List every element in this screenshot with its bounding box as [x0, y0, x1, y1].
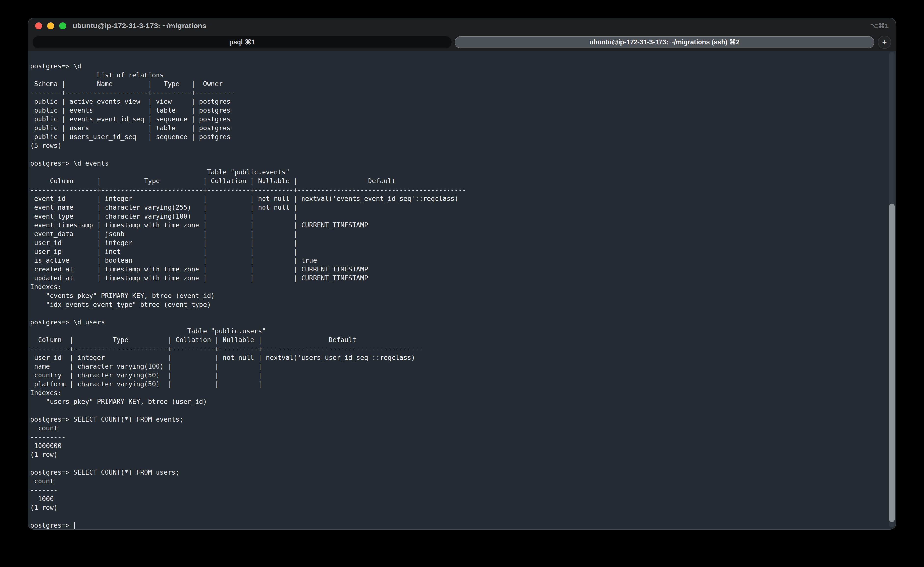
terminal-cursor — [74, 522, 75, 530]
terminal-line: ------- — [30, 486, 887, 494]
terminal-output: postgres=> \d List of relations Schema |… — [30, 62, 887, 530]
tab-bar: psql ⌘1ubuntu@ip-172-31-3-173: ~/migrati… — [28, 33, 895, 51]
terminal-line: user_id | integer | | not null | nextval… — [30, 353, 887, 362]
zoom-window-button[interactable] — [59, 22, 66, 29]
terminal-line: event_timestamp | timestamp with time zo… — [30, 221, 887, 230]
terminal-line: postgres=> \d events — [30, 159, 887, 168]
tab-psql[interactable]: psql ⌘1 — [33, 36, 452, 48]
terminal-line: country | character varying(50) | | | — [30, 371, 887, 380]
terminal-line: List of relations — [30, 70, 887, 80]
terminal-line: user_ip | inet | | | — [30, 247, 887, 256]
terminal-line — [30, 406, 887, 415]
terminal-line: Column | Type | Collation | Nullable | D… — [30, 177, 887, 185]
terminal-line: -----------------+----------------------… — [30, 185, 887, 194]
terminal-line: event_id | integer | | not null | nextva… — [30, 194, 887, 203]
terminal-line: updated_at | timestamp with time zone | … — [30, 274, 887, 282]
terminal-line: 1000000 — [30, 441, 887, 450]
minimize-window-button[interactable] — [47, 22, 54, 29]
terminal-line: ----------+------------------------+----… — [30, 344, 887, 353]
terminal-line: postgres=> — [30, 521, 887, 530]
tab-ssh-session[interactable]: ubuntu@ip-172-31-3-173: ~/migrations (ss… — [455, 36, 875, 48]
terminal-line: (5 rows) — [30, 141, 887, 150]
terminal-line: (1 row) — [30, 503, 887, 512]
terminal-line: Table "public.users" — [30, 327, 887, 336]
terminal-line: Schema | Name | Type | Owner — [30, 80, 887, 88]
terminal-line: public | events | table | postgres — [30, 106, 887, 115]
terminal-line: event_type | character varying(100) | | … — [30, 212, 887, 221]
terminal-line: "idx_events_event_type" btree (event_typ… — [30, 300, 887, 309]
tab-list: psql ⌘1ubuntu@ip-172-31-3-173: ~/migrati… — [33, 33, 874, 51]
close-window-button[interactable] — [35, 22, 42, 29]
terminal-line — [30, 150, 887, 159]
terminal-line: is_active | boolean | | | true — [30, 256, 887, 265]
scrollbar-track[interactable] — [889, 52, 895, 527]
terminal-line — [30, 512, 887, 521]
terminal-line: "events_pkey" PRIMARY KEY, btree (event_… — [30, 291, 887, 300]
terminal-line: (1 row) — [30, 450, 887, 459]
terminal-line: postgres=> SELECT COUNT(*) FROM users; — [30, 468, 887, 477]
terminal-line: postgres=> \d — [30, 62, 887, 70]
terminal-line — [30, 309, 887, 318]
terminal-line: created_at | timestamp with time zone | … — [30, 265, 887, 274]
terminal-line: Table "public.events" — [30, 168, 887, 177]
terminal-content[interactable]: postgres=> \d List of relations Schema |… — [28, 51, 895, 529]
terminal-line: event_data | jsonb | | | — [30, 230, 887, 238]
window-title-bar[interactable]: ubuntu@ip-172-31-3-173: ~/migrations ⌥⌘1 — [28, 18, 895, 33]
terminal-window: ubuntu@ip-172-31-3-173: ~/migrations ⌥⌘1… — [28, 18, 896, 530]
tab-shortcut-hint: ⌥⌘1 — [870, 22, 889, 30]
scrollbar-thumb[interactable] — [889, 204, 895, 522]
traffic-lights — [28, 22, 66, 29]
window-title: ubuntu@ip-172-31-3-173: ~/migrations — [73, 22, 206, 30]
terminal-line: name | character varying(100) | | | — [30, 362, 887, 371]
terminal-line: public | users | table | postgres — [30, 124, 887, 132]
terminal-line: count — [30, 424, 887, 433]
new-tab-button[interactable]: + — [878, 36, 891, 49]
terminal-line: public | events_event_id_seq | sequence … — [30, 115, 887, 124]
terminal-line: platform | character varying(50) | | | — [30, 380, 887, 388]
terminal-line: postgres=> SELECT COUNT(*) FROM events; — [30, 415, 887, 424]
terminal-line: Indexes: — [30, 282, 887, 291]
terminal-line: postgres=> \d users — [30, 318, 887, 327]
terminal-line: 1000 — [30, 494, 887, 503]
terminal-line: public | users_user_id_seq | sequence | … — [30, 132, 887, 141]
terminal-line: public | active_events_view | view | pos… — [30, 97, 887, 106]
terminal-line: count — [30, 477, 887, 486]
terminal-line: --------- — [30, 433, 887, 441]
terminal-line: Column | Type | Collation | Nullable | D… — [30, 336, 887, 344]
desktop-background: ubuntu@ip-172-31-3-173: ~/migrations ⌥⌘1… — [0, 0, 924, 567]
terminal-line: event_name | character varying(255) | | … — [30, 203, 887, 212]
terminal-line: user_id | integer | | | — [30, 238, 887, 247]
terminal-line: "users_pkey" PRIMARY KEY, btree (user_id… — [30, 397, 887, 406]
tab-label: psql ⌘1 — [229, 38, 255, 46]
terminal-line: --------+---------------------+---------… — [30, 88, 887, 97]
terminal-line: Indexes: — [30, 388, 887, 397]
terminal-line — [30, 459, 887, 468]
tab-label: ubuntu@ip-172-31-3-173: ~/migrations (ss… — [589, 38, 739, 46]
